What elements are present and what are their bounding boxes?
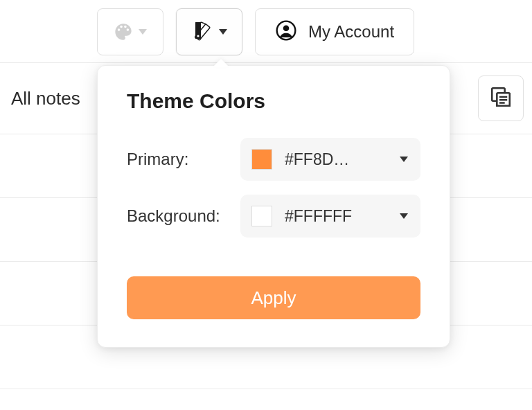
color-row-primary: Primary: #FF8D… <box>127 138 420 181</box>
svg-point-4 <box>197 35 199 37</box>
chevron-down-icon <box>400 157 408 162</box>
account-label: My Account <box>308 22 394 42</box>
layout-icon <box>489 85 513 112</box>
chevron-down-icon <box>219 29 227 35</box>
palette-icon <box>114 22 133 42</box>
theme-colors-popover: Theme Colors Primary: #FF8D… Background:… <box>97 65 450 348</box>
color-swatch <box>251 206 272 226</box>
account-button[interactable]: My Account <box>255 8 414 55</box>
swatch-fan-icon <box>191 19 213 44</box>
color-swatch <box>251 149 272 170</box>
color-value: #FFFFFF <box>285 207 394 226</box>
color-row-background: Background: #FFFFFF <box>127 195 420 238</box>
user-icon <box>275 19 297 44</box>
color-label: Background: <box>127 206 220 226</box>
background-color-select[interactable]: #FFFFFF <box>240 195 420 238</box>
layout-button[interactable] <box>478 75 524 121</box>
color-label: Primary: <box>127 150 188 169</box>
theme-swatch-button[interactable] <box>176 8 242 55</box>
primary-color-select[interactable]: #FF8D… <box>240 138 420 181</box>
palette-button[interactable] <box>97 8 163 55</box>
svg-point-6 <box>283 25 290 31</box>
chevron-down-icon <box>400 213 408 219</box>
all-notes-label: All notes <box>8 88 80 109</box>
chevron-down-icon <box>139 29 147 35</box>
popover-title: Theme Colors <box>127 89 420 113</box>
color-value: #FF8D… <box>285 150 394 169</box>
apply-button[interactable]: Apply <box>127 276 420 319</box>
top-toolbar: My Account <box>0 0 532 62</box>
